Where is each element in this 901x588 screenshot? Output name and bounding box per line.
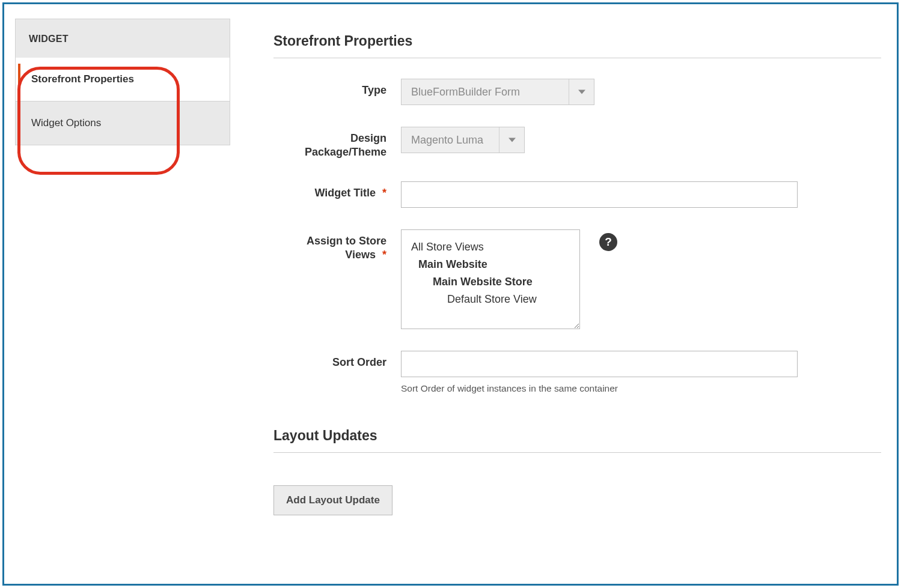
section-title-layout-updates: Layout Updates	[273, 428, 881, 453]
field-label: Assign to Store Views *	[273, 229, 386, 262]
field-row-widget-title: Widget Title *	[273, 181, 881, 208]
field-label: Design Package/Theme	[273, 127, 386, 160]
svg-marker-1	[509, 138, 516, 142]
field-row-store-views: Assign to Store Views * All Store Views …	[273, 229, 881, 329]
store-view-option[interactable]: Main Website	[411, 256, 573, 273]
store-view-option[interactable]: Default Store View	[411, 291, 573, 308]
add-layout-update-button[interactable]: Add Layout Update	[273, 485, 392, 515]
type-select-value: BlueFormBuilder Form	[402, 79, 569, 105]
field-label: Type	[273, 79, 386, 97]
sidebar-item-label: Widget Options	[31, 117, 101, 129]
field-row-type: Type BlueFormBuilder Form	[273, 79, 881, 105]
store-view-option[interactable]: All Store Views	[411, 238, 573, 256]
field-label-text: Assign to Store Views	[307, 235, 386, 261]
theme-select-value: Magento Luma	[402, 127, 499, 153]
theme-select[interactable]: Magento Luma	[401, 127, 525, 153]
section-title-storefront-properties: Storefront Properties	[273, 33, 881, 58]
sidebar-header: WIDGET	[15, 19, 230, 58]
help-icon[interactable]: ?	[599, 233, 617, 251]
sidebar: WIDGET Storefront Properties Widget Opti…	[15, 19, 230, 145]
sidebar-item-label: Storefront Properties	[31, 73, 134, 85]
chevron-down-icon	[499, 127, 524, 153]
field-label: Sort Order	[273, 351, 386, 369]
field-row-theme: Design Package/Theme Magento Luma	[273, 127, 881, 160]
type-select[interactable]: BlueFormBuilder Form	[401, 79, 594, 105]
field-row-sort-order: Sort Order Sort Order of widget instance…	[273, 351, 881, 394]
required-indicator: *	[382, 249, 386, 261]
widget-config-page: WIDGET Storefront Properties Widget Opti…	[2, 2, 899, 586]
chevron-down-icon	[569, 79, 594, 105]
store-views-multiselect[interactable]: All Store Views Main Website Main Websit…	[401, 229, 580, 329]
main-panel: Storefront Properties Type BlueFormBuild…	[230, 19, 881, 515]
sort-order-input[interactable]	[401, 351, 798, 377]
section-layout-updates: Layout Updates Add Layout Update	[273, 428, 881, 515]
field-label-text: Widget Title	[314, 187, 376, 199]
field-label: Widget Title *	[273, 181, 386, 200]
sidebar-item-widget-options[interactable]: Widget Options	[15, 102, 230, 145]
sort-order-hint: Sort Order of widget instances in the sa…	[401, 383, 881, 394]
store-view-option[interactable]: Main Website Store	[411, 273, 573, 291]
svg-marker-0	[578, 89, 585, 94]
required-indicator: *	[382, 187, 386, 199]
sidebar-item-storefront-properties[interactable]: Storefront Properties	[15, 58, 230, 102]
widget-title-input[interactable]	[401, 181, 798, 208]
